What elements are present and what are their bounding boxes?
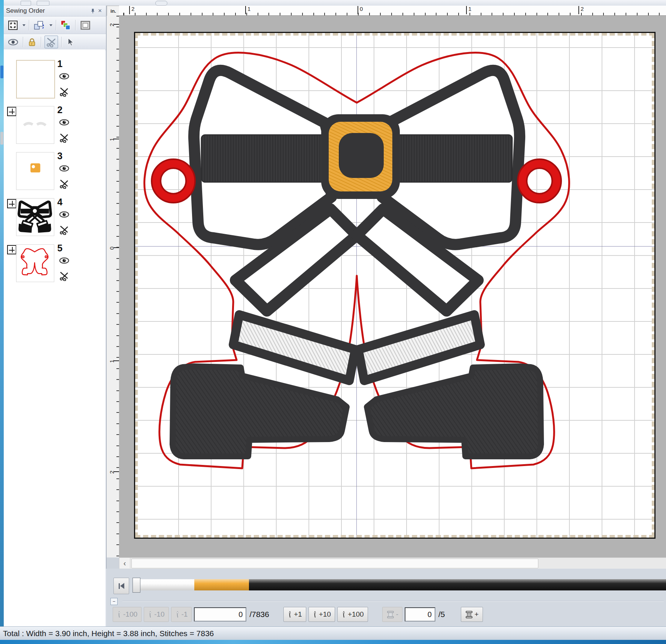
- list-item[interactable]: 3: [4, 151, 105, 197]
- status-text: Total : Width = 3.90 inch, Height = 3.88…: [3, 629, 214, 638]
- scissors-icon[interactable]: [59, 179, 69, 190]
- visibility-eye-button[interactable]: [7, 37, 19, 47]
- list-item[interactable]: 2: [4, 105, 105, 151]
- toolbar-button-partial[interactable]: [21, 1, 31, 6]
- select-arrow-button[interactable]: [65, 36, 75, 48]
- sequence-button[interactable]: [33, 19, 46, 31]
- boot-cuffs: [233, 315, 480, 381]
- scrollbar-thumb[interactable]: [131, 559, 538, 568]
- ruler-label: 2: [129, 6, 134, 14]
- forward-100-button[interactable]: +100: [337, 607, 368, 622]
- ruler-tick: [114, 471, 119, 472]
- next-color-button[interactable]: +: [461, 607, 483, 622]
- lock-button[interactable]: r: [27, 36, 37, 48]
- thumbnail-placement-stitches[interactable]: [16, 106, 54, 144]
- vertical-ruler: 2 1 0 1 2: [107, 16, 119, 557]
- thread-color-segment: [249, 579, 666, 590]
- ruler-label: 1: [245, 6, 250, 14]
- toolbar-button-partial[interactable]: [37, 1, 49, 6]
- applique-scissors-button[interactable]: [45, 36, 58, 48]
- thread-color-segment: [140, 579, 194, 590]
- eye-icon[interactable]: [59, 211, 69, 220]
- embroidery-design: [135, 33, 654, 538]
- button-label: -100: [123, 610, 137, 619]
- eye-icon[interactable]: [59, 257, 69, 266]
- item-number: 4: [57, 197, 63, 208]
- color-blocks-button[interactable]: [60, 19, 72, 31]
- status-bar: Total : Width = 3.90 inch, Height = 3.88…: [0, 626, 666, 640]
- scissors-icon[interactable]: [59, 133, 69, 144]
- desktop-icon: [0, 66, 3, 78]
- back-100-button[interactable]: -100: [113, 607, 142, 622]
- stitch-controls: -100 -10 -1 /7836 +1 +10 +100 -: [113, 606, 666, 623]
- scroll-left-arrow-icon[interactable]: ‹: [119, 558, 130, 568]
- close-icon[interactable]: ×: [96, 7, 104, 15]
- stitch-slider-thumb[interactable]: [133, 578, 140, 593]
- horizontal-ruler: 2 1 0 1 2: [119, 6, 666, 16]
- fit-design-button[interactable]: [7, 19, 19, 31]
- desktop-background-strip: [0, 640, 666, 644]
- design-canvas[interactable]: [119, 16, 666, 557]
- toolbar-separator: [23, 37, 23, 47]
- rewind-button[interactable]: [113, 578, 129, 594]
- button-label: -: [396, 610, 398, 619]
- desktop-icon: [0, 132, 3, 145]
- collapse-toggle[interactable]: −: [110, 598, 118, 605]
- toolbar-separator: [41, 37, 41, 47]
- button-label: +1: [294, 610, 302, 619]
- ruler-label: 1: [109, 356, 115, 363]
- list-item[interactable]: 5: [4, 243, 105, 289]
- thumbnail-blank-fabric[interactable]: [16, 60, 55, 99]
- expand-plus-icon[interactable]: [7, 199, 16, 208]
- list-item[interactable]: 4: [4, 197, 105, 243]
- back-10-button[interactable]: -10: [144, 607, 168, 622]
- ruler-ticks: [119, 13, 666, 15]
- panel-toolbar-top: [4, 16, 106, 34]
- panel-title-bar: Sewing Order ×: [4, 6, 106, 16]
- thread-color-segment: [194, 579, 249, 590]
- pin-icon[interactable]: [89, 7, 96, 15]
- toolbar-separator: [75, 20, 76, 30]
- stitch-total-label: /7836: [249, 610, 269, 619]
- scissors-icon[interactable]: [59, 225, 69, 236]
- scissors-icon[interactable]: [59, 271, 69, 282]
- eye-icon[interactable]: [59, 73, 69, 81]
- sewing-order-list: 1 2 3: [4, 49, 105, 626]
- ruler-unit-box[interactable]: in.: [107, 6, 120, 16]
- horizontal-scrollbar[interactable]: ‹: [119, 557, 666, 569]
- ruler-label: 0: [358, 6, 363, 14]
- item-number: 5: [57, 243, 63, 254]
- rewind-icon: [120, 583, 124, 589]
- thumbnail-red-outline-bow[interactable]: [16, 244, 54, 282]
- thumbnail-black-bow[interactable]: [16, 198, 54, 236]
- ruler-label: 1: [109, 134, 115, 141]
- svg-text:r: r: [31, 42, 32, 45]
- ruler-tick: [114, 24, 119, 25]
- sequence-dropdown-icon[interactable]: [49, 24, 52, 26]
- color-number-input[interactable]: [405, 607, 435, 622]
- list-item[interactable]: 1: [4, 58, 105, 105]
- toolbar-button-partial[interactable]: [155, 1, 167, 6]
- button-label: -10: [154, 610, 164, 619]
- expand-plus-icon[interactable]: [7, 107, 16, 116]
- ruler-ticks: [116, 16, 119, 557]
- application-toolbar-sliver: [4, 0, 666, 6]
- thumbnail-gold-buckle[interactable]: [16, 152, 54, 190]
- eye-icon[interactable]: [59, 119, 69, 127]
- hoop-button[interactable]: [79, 19, 92, 31]
- stitch-number-input[interactable]: [194, 607, 246, 622]
- ruler-label: 2: [578, 6, 584, 14]
- expand-plus-icon[interactable]: [7, 245, 16, 254]
- eye-icon[interactable]: [59, 165, 69, 173]
- divider-line: [122, 601, 664, 601]
- fit-design-dropdown-icon[interactable]: [22, 24, 25, 26]
- previous-color-button[interactable]: -: [382, 607, 402, 622]
- scissors-icon[interactable]: [59, 87, 69, 98]
- button-label: +: [475, 610, 479, 619]
- forward-1-button[interactable]: +1: [283, 607, 306, 622]
- hoop-area[interactable]: [134, 32, 656, 539]
- stitch-progress-track[interactable]: [134, 579, 666, 590]
- stitch-simulator-dock: − -100 -10 -1 /7836 +1 +10 +100: [106, 569, 666, 626]
- back-1-button[interactable]: -1: [171, 607, 192, 622]
- forward-10-button[interactable]: +10: [308, 607, 335, 622]
